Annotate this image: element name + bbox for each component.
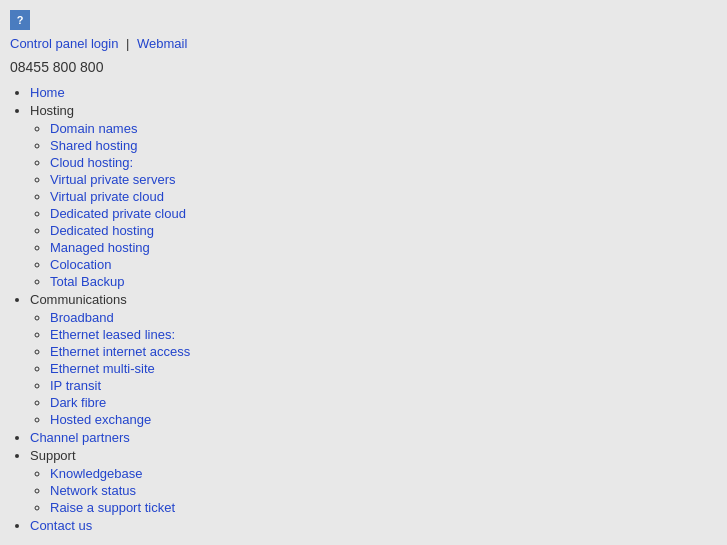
nav-link-domain-names[interactable]: Domain names bbox=[50, 121, 137, 136]
nav-item-communications: Communications Broadband Ethernet leased… bbox=[30, 292, 717, 427]
list-item: Ethernet multi-site bbox=[50, 361, 717, 376]
separator: | bbox=[126, 36, 129, 51]
nav-link-dedicated-private-cloud[interactable]: Dedicated private cloud bbox=[50, 206, 186, 221]
nav-link-colocation[interactable]: Colocation bbox=[50, 257, 111, 272]
nav-link-total-backup[interactable]: Total Backup bbox=[50, 274, 124, 289]
nav-link-hosted-exchange[interactable]: Hosted exchange bbox=[50, 412, 151, 427]
nav-link-cloud-hosting[interactable]: Cloud hosting: bbox=[50, 155, 133, 170]
list-item: Shared hosting bbox=[50, 138, 717, 153]
nav-link-contact[interactable]: Contact us bbox=[30, 518, 92, 533]
list-item: Ethernet internet access bbox=[50, 344, 717, 359]
nav-link-vps[interactable]: Virtual private servers bbox=[50, 172, 175, 187]
nav-sublist-support: Knowledgebase Network status Raise a sup… bbox=[30, 466, 717, 515]
info-icon: ? bbox=[10, 10, 30, 30]
main-nav: Home Hosting Domain names Shared hosting… bbox=[10, 85, 717, 533]
list-item: Domain names bbox=[50, 121, 717, 136]
list-item: Colocation bbox=[50, 257, 717, 272]
nav-link-shared-hosting[interactable]: Shared hosting bbox=[50, 138, 137, 153]
list-item: Virtual private cloud bbox=[50, 189, 717, 204]
list-item: IP transit bbox=[50, 378, 717, 393]
nav-item-hosting: Hosting Domain names Shared hosting Clou… bbox=[30, 103, 717, 289]
list-item: Raise a support ticket bbox=[50, 500, 717, 515]
nav-link-ethernet-multi[interactable]: Ethernet multi-site bbox=[50, 361, 155, 376]
nav-sublist-communications: Broadband Ethernet leased lines: Etherne… bbox=[30, 310, 717, 427]
list-item: Network status bbox=[50, 483, 717, 498]
nav-item-contact: Contact us bbox=[30, 518, 717, 533]
nav-item-home: Home bbox=[30, 85, 717, 100]
list-item: Ethernet leased lines: bbox=[50, 327, 717, 342]
nav-link-home[interactable]: Home bbox=[30, 85, 65, 100]
nav-sublist-hosting: Domain names Shared hosting Cloud hostin… bbox=[30, 121, 717, 289]
list-item: Managed hosting bbox=[50, 240, 717, 255]
nav-item-channel-partners: Channel partners bbox=[30, 430, 717, 445]
top-links: Control panel login | Webmail bbox=[10, 36, 717, 51]
control-panel-link[interactable]: Control panel login bbox=[10, 36, 118, 51]
nav-link-broadband[interactable]: Broadband bbox=[50, 310, 114, 325]
header-icon-wrapper: ? bbox=[10, 10, 717, 36]
nav-link-ethernet-leased[interactable]: Ethernet leased lines: bbox=[50, 327, 175, 342]
list-item: Dark fibre bbox=[50, 395, 717, 410]
list-item: Hosted exchange bbox=[50, 412, 717, 427]
webmail-link[interactable]: Webmail bbox=[137, 36, 187, 51]
nav-label-hosting: Hosting bbox=[30, 103, 74, 118]
nav-link-ethernet-internet[interactable]: Ethernet internet access bbox=[50, 344, 190, 359]
list-item: Knowledgebase bbox=[50, 466, 717, 481]
nav-link-raise-ticket[interactable]: Raise a support ticket bbox=[50, 500, 175, 515]
nav-link-ip-transit[interactable]: IP transit bbox=[50, 378, 101, 393]
list-item: Cloud hosting: bbox=[50, 155, 717, 170]
list-item: Total Backup bbox=[50, 274, 717, 289]
nav-link-knowledgebase[interactable]: Knowledgebase bbox=[50, 466, 143, 481]
list-item: Dedicated private cloud bbox=[50, 206, 717, 221]
phone-number: 08455 800 800 bbox=[10, 59, 717, 75]
list-item: Dedicated hosting bbox=[50, 223, 717, 238]
list-item: Virtual private servers bbox=[50, 172, 717, 187]
nav-link-network-status[interactable]: Network status bbox=[50, 483, 136, 498]
nav-list: Home Hosting Domain names Shared hosting… bbox=[10, 85, 717, 533]
nav-item-support: Support Knowledgebase Network status Rai… bbox=[30, 448, 717, 515]
nav-link-managed-hosting[interactable]: Managed hosting bbox=[50, 240, 150, 255]
nav-link-dark-fibre[interactable]: Dark fibre bbox=[50, 395, 106, 410]
nav-link-channel-partners[interactable]: Channel partners bbox=[30, 430, 130, 445]
nav-link-dedicated-hosting[interactable]: Dedicated hosting bbox=[50, 223, 154, 238]
list-item: Broadband bbox=[50, 310, 717, 325]
nav-label-communications: Communications bbox=[30, 292, 127, 307]
nav-label-support: Support bbox=[30, 448, 76, 463]
nav-link-vpc[interactable]: Virtual private cloud bbox=[50, 189, 164, 204]
